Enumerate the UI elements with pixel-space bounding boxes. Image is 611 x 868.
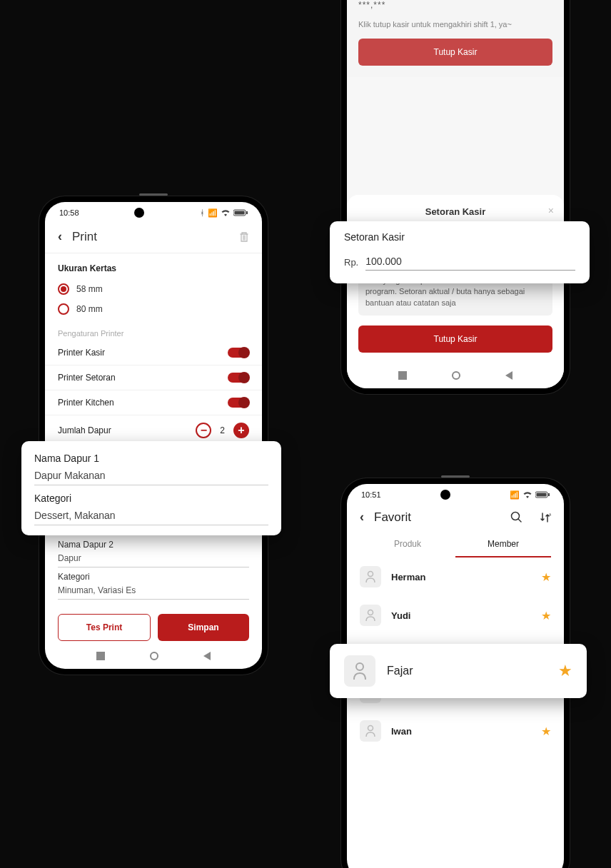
signal-icon: 📶	[510, 490, 520, 500]
income-masked: ***,***	[358, 0, 552, 10]
status-time: 10:51	[361, 490, 381, 499]
tabs: Produk Member	[347, 532, 564, 557]
svg-point-13	[356, 663, 363, 670]
confirm-close-button[interactable]: Tutup Kasir	[358, 326, 552, 353]
kitchen-count-label: Jumlah Dapur	[58, 425, 111, 435]
trash-icon[interactable]	[239, 231, 249, 243]
toggle-printer-setoran[interactable]: Printer Setoran	[45, 365, 262, 390]
toggle-label: Printer Kasir	[58, 348, 105, 358]
radio-58mm[interactable]: 58 mm	[45, 279, 262, 299]
sheet-title: Setoran Kasir	[358, 206, 552, 217]
search-icon[interactable]	[510, 511, 522, 523]
star-icon[interactable]: ★	[541, 570, 551, 584]
status-bar: 10:58 ᚼ 📶	[45, 202, 262, 221]
paper-size-label: Ukuran Kertas	[45, 253, 262, 279]
test-print-button[interactable]: Tes Print	[58, 614, 151, 641]
battery-icon	[233, 209, 248, 216]
page-title: Favorit	[374, 510, 500, 525]
back-button[interactable]	[203, 652, 211, 660]
member-row[interactable]: Yudi ★	[347, 596, 564, 635]
toggle-switch[interactable]	[228, 373, 249, 383]
sort-icon[interactable]: A	[540, 512, 551, 523]
plus-button[interactable]: +	[233, 423, 249, 438]
dapur-2-block: Nama Dapur 2 Kategori	[45, 531, 262, 604]
bluetooth-icon: ᚼ	[200, 208, 205, 217]
dapur-1-label: Nama Dapur 1	[34, 453, 268, 464]
dapur-2-label: Nama Dapur 2	[58, 535, 249, 550]
setoran-row: Rp.	[344, 243, 575, 271]
setoran-title: Setoran Kasir	[344, 231, 575, 243]
star-icon[interactable]: ★	[541, 725, 551, 738]
camera-notch	[440, 490, 450, 500]
avatar-icon	[360, 720, 381, 742]
star-icon[interactable]: ★	[541, 609, 551, 622]
android-nav	[45, 643, 262, 663]
svg-line-7	[518, 519, 521, 522]
toggle-printer-kitchen[interactable]: Printer Kitchen	[45, 390, 262, 415]
member-highlight-card[interactable]: Fajar ★	[330, 644, 587, 698]
avatar-icon	[344, 655, 375, 687]
svg-text:A: A	[549, 513, 551, 517]
toggle-printer-kasir[interactable]: Printer Kasir	[45, 340, 262, 365]
status-bar: 10:51 📶	[347, 484, 564, 503]
dimmed-content: Di Surabaya Pendapatan ***,*** Klik tutu…	[347, 0, 564, 77]
svg-point-12	[368, 726, 373, 731]
dapur-2-name-input[interactable]	[58, 550, 249, 567]
back-button[interactable]	[505, 371, 512, 380]
setoran-input-card: Setoran Kasir Rp.	[330, 221, 590, 283]
member-name: Iwan	[391, 726, 531, 737]
dapur-2-kategori-input[interactable]	[58, 582, 249, 600]
toggle-switch[interactable]	[228, 398, 249, 408]
status-time: 10:58	[59, 208, 79, 217]
svg-rect-1	[246, 211, 248, 214]
page-title: Print	[72, 230, 229, 244]
toggle-label: Printer Kitchen	[58, 398, 114, 408]
status-icons: ᚼ 📶	[200, 208, 248, 218]
camera-notch	[134, 208, 144, 218]
tab-produk[interactable]: Produk	[360, 532, 455, 557]
back-icon[interactable]: ‹	[360, 510, 364, 525]
radio-icon	[58, 303, 69, 315]
save-button[interactable]: Simpan	[158, 614, 249, 641]
avatar-icon	[360, 605, 381, 626]
close-kasir-button[interactable]: Tutup Kasir	[358, 39, 552, 66]
toggle-switch[interactable]	[228, 348, 249, 358]
radio-label: 58 mm	[76, 284, 103, 294]
stepper-value: 2	[220, 425, 225, 435]
dapur-1-name-input[interactable]	[34, 464, 268, 485]
screen-print: 10:58 ᚼ 📶 ‹ Print Ukuran Kertas	[45, 202, 262, 669]
currency-label: Rp.	[344, 257, 358, 271]
member-name: Yudi	[391, 610, 531, 621]
svg-rect-4	[548, 493, 550, 496]
radio-80mm[interactable]: 80 mm	[45, 299, 262, 319]
setoran-amount-input[interactable]	[365, 253, 575, 271]
button-row: Tes Print Simpan	[45, 604, 262, 645]
screen-header: ‹ Print	[45, 221, 262, 253]
screen-header: ‹ Favorit A	[347, 503, 564, 532]
radio-icon	[58, 283, 69, 295]
back-icon[interactable]: ‹	[58, 229, 62, 244]
avatar-icon	[360, 566, 381, 587]
home-button[interactable]	[452, 371, 460, 380]
member-row[interactable]: Herman ★	[347, 557, 564, 596]
recents-button[interactable]	[96, 652, 105, 660]
home-button[interactable]	[150, 652, 158, 660]
svg-rect-2	[235, 211, 245, 215]
signal-icon: 📶	[208, 208, 218, 218]
dapur-1-card: Nama Dapur 1 Kategori	[21, 441, 281, 535]
tab-member[interactable]: Member	[455, 532, 551, 557]
dapur-1-kategori-input[interactable]	[34, 504, 268, 525]
star-icon[interactable]: ★	[558, 662, 572, 680]
member-row[interactable]: Iwan ★	[347, 712, 564, 750]
minus-button[interactable]: −	[196, 423, 211, 438]
close-icon[interactable]: ×	[548, 205, 554, 216]
recents-button[interactable]	[398, 371, 407, 380]
phone-print: 10:58 ᚼ 📶 ‹ Print Ukuran Kertas	[39, 196, 268, 675]
phone-setoran: Di Surabaya Pendapatan ***,*** Klik tutu…	[341, 0, 570, 394]
stepper: − 2 +	[196, 423, 249, 438]
android-nav	[347, 363, 564, 383]
wifi-icon	[522, 491, 532, 498]
svg-point-10	[368, 610, 373, 615]
screen-setoran: Di Surabaya Pendapatan ***,*** Klik tutu…	[347, 0, 564, 388]
wifi-icon	[221, 209, 231, 216]
